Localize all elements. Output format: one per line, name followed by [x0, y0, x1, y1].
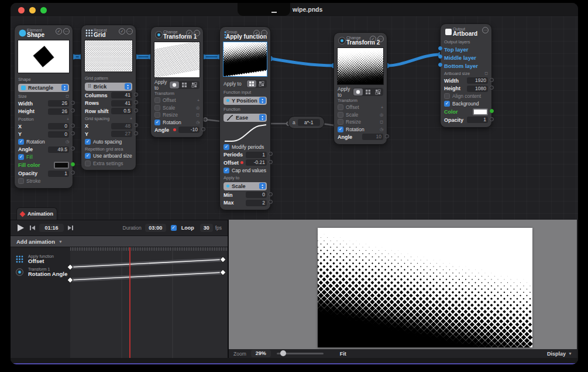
- minimize-window-button[interactable]: [29, 7, 36, 13]
- node-shape[interactable]: ElementShape✓⋯ShapeRectangle▲▼Size◻Width…: [14, 25, 73, 189]
- param-angle-field[interactable]: -10: [178, 127, 200, 133]
- param-port[interactable]: [134, 131, 138, 135]
- dropdown-y-position[interactable]: Y Position▲▼: [223, 97, 267, 105]
- param-height-field[interactable]: 1080: [467, 86, 488, 92]
- offset-checkbox[interactable]: [338, 104, 343, 110]
- param-port[interactable]: [71, 101, 75, 105]
- param-port[interactable]: [134, 100, 138, 104]
- param-port[interactable]: [269, 192, 273, 196]
- param-angle-field[interactable]: 49.5: [48, 146, 69, 153]
- offset-checkbox[interactable]: [154, 97, 160, 103]
- modify-periods-checkbox[interactable]: ✓: [223, 144, 229, 150]
- color-swatch[interactable]: [473, 108, 488, 115]
- scale-icon[interactable]: ◎: [196, 105, 200, 110]
- fps-field[interactable]: 30: [200, 224, 213, 232]
- scale-checkbox[interactable]: [154, 105, 160, 111]
- enable-node-button[interactable]: ✓: [119, 28, 125, 35]
- plus-icon[interactable]: +: [197, 98, 200, 103]
- layer-input-port[interactable]: [438, 63, 442, 67]
- extra-settings-checkbox[interactable]: [85, 161, 91, 166]
- node-menu-button[interactable]: ⋯: [126, 28, 133, 35]
- resize-icon[interactable]: ◻: [484, 71, 488, 76]
- fit-button[interactable]: Fit: [340, 351, 346, 357]
- color-port[interactable]: [490, 109, 494, 113]
- node-grid[interactable]: RepeatGrid✓⋯Grid pattern⠿Brick▲▼Columns4…: [81, 25, 136, 170]
- stroke-checkbox[interactable]: [18, 178, 24, 184]
- close-window-button[interactable]: [18, 7, 25, 13]
- apply-to-grid4-button[interactable]: [247, 80, 256, 87]
- param-periods-field[interactable]: 1: [246, 152, 267, 158]
- resize-icon[interactable]: ◻: [66, 94, 69, 98]
- zoom-window-button[interactable]: [40, 7, 47, 13]
- rotation-checkbox[interactable]: ✓: [338, 127, 343, 132]
- param-port[interactable]: [71, 146, 75, 151]
- use-artboard-size-checkbox[interactable]: ✓: [85, 153, 91, 159]
- enable-node-button[interactable]: ✓: [370, 36, 376, 42]
- node-preview[interactable]: [223, 42, 267, 77]
- param-opacity-field[interactable]: 1: [467, 117, 488, 123]
- param-port[interactable]: [490, 117, 494, 121]
- node-af[interactable]: GroupApply function✓⋯Apply toFunction in…: [219, 26, 271, 210]
- param-y-field[interactable]: 27: [111, 131, 132, 137]
- node-t2[interactable]: ChangeTransform 2✓⋯Apply toTransformOffs…: [333, 32, 387, 145]
- param-port[interactable]: [71, 124, 75, 128]
- plus-icon[interactable]: +: [130, 117, 132, 121]
- param-x-field[interactable]: 0: [48, 123, 69, 129]
- node-menu-button[interactable]: ⋯: [194, 30, 200, 36]
- param-height-field[interactable]: 26: [48, 108, 69, 115]
- param-max-field[interactable]: 2: [246, 200, 267, 206]
- node-preview[interactable]: [154, 42, 200, 78]
- output-layer-middle-layer[interactable]: Middle layer: [444, 53, 488, 62]
- param-offset-field[interactable]: -0.21: [246, 159, 267, 166]
- param-columns-field[interactable]: 41: [111, 92, 132, 98]
- track-rotation-angle[interactable]: Transform 1Rotation Angle: [15, 267, 67, 278]
- apply-to-gridsplit-button[interactable]: [257, 80, 266, 87]
- param-port[interactable]: [134, 123, 138, 127]
- background-checkbox[interactable]: ✓: [444, 101, 450, 107]
- dropdown-ease[interactable]: Ease▲▼: [223, 114, 267, 122]
- node-menu-button[interactable]: ⋯: [482, 27, 489, 33]
- scale-checkbox[interactable]: [338, 112, 343, 118]
- node-preview[interactable]: [84, 40, 133, 72]
- plus-icon[interactable]: +: [67, 117, 69, 121]
- param-y-field[interactable]: 0: [48, 131, 69, 138]
- param-port[interactable]: [71, 108, 75, 112]
- animation-tracks[interactable]: Apply functionOffsetTransform 1Rotation …: [11, 247, 228, 358]
- apply-to-gridsplit-button[interactable]: [373, 88, 383, 95]
- dropdown-scale[interactable]: Scale▲▼: [223, 182, 267, 190]
- node-menu-button[interactable]: ⋯: [377, 36, 384, 42]
- rotation-checkbox[interactable]: ✓: [154, 120, 160, 125]
- node-editor-canvas[interactable]: ElementShape✓⋯ShapeRectangle▲▼Size◻Width…: [11, 16, 578, 220]
- apply-to-grid4-button[interactable]: [363, 88, 373, 95]
- scale-icon[interactable]: ◎: [380, 112, 383, 117]
- display-menu-button[interactable]: Display ▼: [547, 351, 572, 357]
- expression-node[interactable]: aa*-1: [288, 116, 325, 129]
- resize-icon[interactable]: ◻: [196, 112, 200, 117]
- param-width-field[interactable]: 1920: [467, 77, 488, 84]
- layer-input-port[interactable]: [438, 46, 442, 50]
- rotation-checkbox[interactable]: ✓: [18, 139, 24, 145]
- tab-animation[interactable]: Animation: [16, 207, 57, 220]
- play-button[interactable]: [16, 224, 25, 232]
- node-menu-button[interactable]: ⋯: [261, 30, 267, 36]
- align-content-checkbox[interactable]: [444, 93, 450, 99]
- layer-input-port[interactable]: [438, 54, 442, 59]
- plus-icon[interactable]: +: [381, 105, 383, 110]
- param-port[interactable]: [490, 78, 494, 82]
- node-preview[interactable]: [18, 40, 70, 73]
- node-preview[interactable]: [337, 47, 384, 85]
- fill-checkbox[interactable]: ✓: [18, 154, 24, 160]
- param-port[interactable]: [269, 200, 273, 204]
- dropdown-rectangle[interactable]: Rectangle▲▼: [18, 84, 69, 92]
- duration-field[interactable]: 03:00: [145, 224, 166, 232]
- param-port[interactable]: [134, 108, 138, 112]
- enable-node-button[interactable]: ✓: [56, 28, 62, 35]
- param-port[interactable]: [385, 134, 389, 138]
- param-port[interactable]: [71, 131, 75, 135]
- output-layer-top-layer[interactable]: Top layer: [444, 45, 488, 53]
- auto-spacing-checkbox[interactable]: ✓: [85, 139, 91, 145]
- expression-field[interactable]: a*-1: [298, 119, 320, 126]
- param-rows-field[interactable]: 41: [111, 100, 132, 107]
- resize-checkbox[interactable]: [154, 112, 160, 118]
- param-port[interactable]: [490, 86, 494, 90]
